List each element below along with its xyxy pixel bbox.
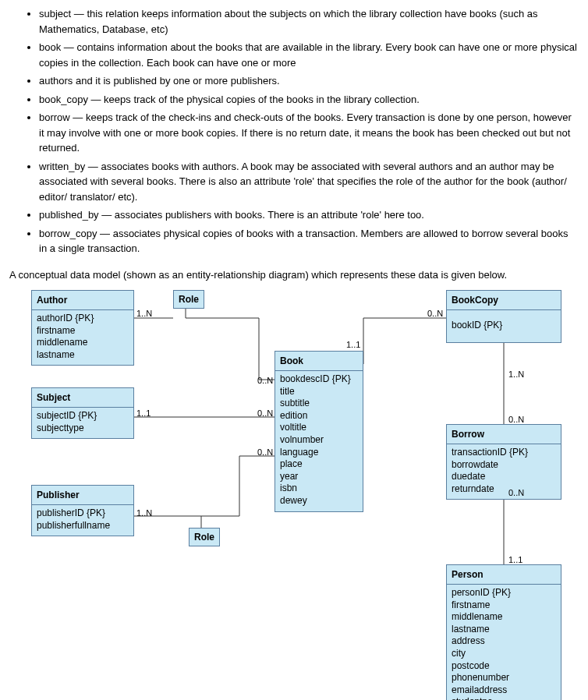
attr: firstname [452, 599, 556, 612]
list-item: subject — this relation keeps informatio… [39, 6, 579, 37]
entity-body: personID {PK} firstname middlename lastn… [447, 585, 561, 700]
attr: lastname [452, 624, 556, 636]
card-borrow-person: 0..N [508, 486, 524, 500]
attr: isbn [280, 483, 358, 495]
intro-text: A conceptual data model (shown as an ent… [9, 267, 579, 283]
attr: edition [280, 410, 358, 422]
card-subject-side: 1..1 [136, 407, 151, 420]
attr: bookID {PK} [452, 320, 556, 332]
attr: lastname [37, 349, 129, 362]
term: borrow_copy [39, 228, 97, 239]
attr: publisherfullname [37, 520, 129, 532]
card-publisher-side: 1..N [136, 507, 152, 520]
attr: address [452, 635, 556, 648]
attr: title [280, 386, 358, 398]
card-book-subject: 0..N [257, 407, 273, 420]
list-item: book_copy — keeps track of the physical … [39, 92, 579, 108]
list-item: written_by — associates books with autho… [39, 159, 579, 205]
attr: postcode [452, 660, 556, 673]
assoc-role-author: Role [173, 290, 204, 309]
attr: language [280, 447, 358, 459]
entity-publisher: Publisher publisherID {PK} publisherfull… [31, 485, 134, 536]
entity-body: transactionID {PK} borrowdate duedate re… [447, 444, 561, 499]
attr: emailaddress [452, 684, 556, 697]
card-borrow-copy: 0..N [508, 413, 524, 426]
attr: place [280, 458, 358, 471]
attr: duedate [452, 471, 556, 483]
attr: subjecttype [37, 422, 129, 435]
entity-bookcopy: BookCopy bookID {PK} [446, 290, 561, 343]
list-item: borrow — keeps track of the check-ins an… [39, 110, 579, 156]
bullet-text: — this relation keeps information about … [39, 8, 538, 35]
card-author-side: 1..N [136, 307, 152, 320]
entity-title: Borrow [447, 425, 561, 444]
attr: studentno [452, 696, 556, 700]
entity-title: Author [32, 291, 133, 310]
list-item: borrow_copy — associates physical copies… [39, 226, 579, 256]
term: borrow [39, 111, 70, 123]
entity-book: Book bookdescID {PK} title subtitle edit… [275, 351, 363, 512]
attr: voltitle [280, 422, 358, 434]
term: subject [39, 8, 71, 19]
attr: year [280, 471, 358, 483]
card-person-borrow: 1..1 [508, 553, 522, 567]
list-item: authors and it is published by one or mo… [39, 73, 579, 89]
entity-title: Publisher [32, 486, 133, 505]
card-book-author: 0..N [257, 374, 273, 387]
term: book_copy [39, 94, 88, 105]
list-item: published_by — associates publishers wit… [39, 207, 579, 223]
entity-body: authorID {PK} firstname middlename lastn… [32, 310, 133, 365]
bullet-text: — associates publishers with books. Ther… [99, 209, 424, 221]
bullet-text: — contains information about the books t… [39, 41, 577, 69]
card-copy-side: 0..N [427, 307, 443, 320]
attr: city [452, 648, 556, 660]
entity-title: BookCopy [447, 291, 561, 310]
entity-author: Author authorID {PK} firstname middlenam… [31, 290, 134, 366]
card-book-publisher: 0..N [257, 446, 273, 459]
entity-borrow: Borrow transactionID {PK} borrowdate due… [446, 424, 561, 500]
entity-title: Subject [32, 388, 133, 408]
attr: borrowdate [452, 459, 556, 472]
entity-person: Person personID {PK} firstname middlenam… [446, 564, 561, 700]
entity-body: publisherID {PK} publisherfullname [32, 505, 133, 536]
assoc-role-publisher: Role [189, 528, 220, 546]
attr: firstname [37, 325, 129, 338]
attr: phonenumber [452, 672, 556, 684]
list-item: book — contains information about the bo… [39, 40, 579, 70]
attr: returndate [452, 483, 556, 496]
term: book [39, 41, 61, 53]
bullet-text: — keeps track of the check-ins and check… [39, 111, 572, 154]
attr: subtitle [280, 398, 358, 410]
bullet-list: subject — this relation keeps informatio… [9, 6, 579, 256]
entity-title: Person [447, 565, 561, 585]
attr: subjectID {PK} [37, 410, 129, 422]
term: written_by [39, 161, 85, 172]
attr: transactionID {PK} [452, 447, 556, 459]
card-copy-borrow: 1..N [508, 368, 524, 381]
attr: personID {PK} [452, 587, 556, 599]
attr: bookdescID {PK} [280, 373, 358, 386]
er-diagram: Author authorID {PK} firstname middlenam… [9, 290, 579, 700]
bullet-text: — associates physical copies of books wi… [39, 228, 569, 255]
entity-body: subjectID {PK} subjecttype [32, 408, 133, 438]
attr: authorID {PK} [37, 313, 129, 325]
attr: middlename [452, 611, 556, 624]
attr: dewey [280, 495, 358, 507]
entity-body: bookdescID {PK} title subtitle edition v… [275, 371, 363, 511]
attr: publisherID {PK} [37, 507, 129, 520]
term: published_by [39, 209, 99, 221]
entity-subject: Subject subjectID {PK} subjecttype [31, 387, 134, 439]
entity-title: Book [275, 352, 363, 371]
bullet-text: — associates books with authors. A book … [39, 161, 567, 203]
card-book-copy-book: 1..1 [346, 338, 360, 352]
bullet-text: — keeps track of the physical copies of … [88, 94, 420, 105]
entity-body: bookID {PK} [447, 310, 561, 336]
bullet-text: authors and it is published by one or mo… [39, 75, 280, 87]
attr: volnumber [280, 434, 358, 447]
attr: middlename [37, 337, 129, 349]
